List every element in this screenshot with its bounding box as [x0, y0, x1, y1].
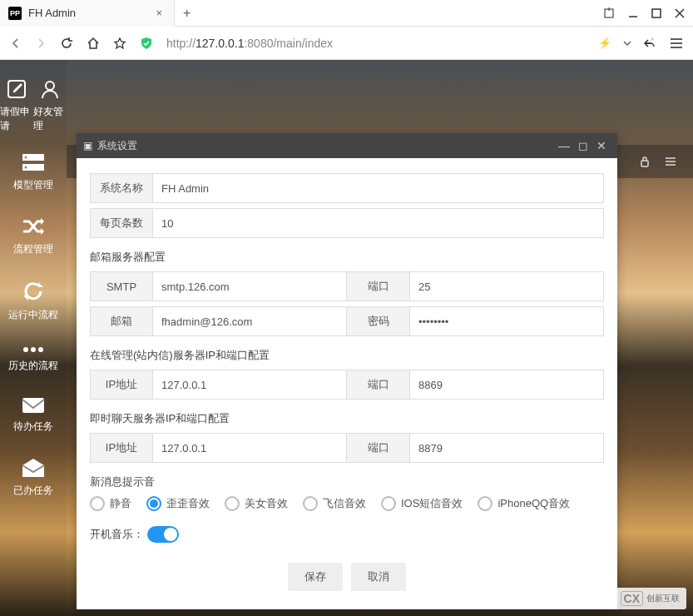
dialog-maximize-icon[interactable]: ◻: [574, 139, 592, 152]
browser-tab[interactable]: PP FH Admin ×: [0, 0, 175, 27]
envelope-icon: [21, 396, 46, 415]
back-button[interactable]: [10, 37, 22, 49]
pagesize-input[interactable]: [152, 208, 604, 238]
pwd-label: 密码: [347, 306, 409, 336]
radio-beauty[interactable]: 美女音效: [225, 496, 288, 511]
sidebar-item-process[interactable]: 流程管理: [0, 206, 67, 270]
section-sound-title: 新消息提示音: [90, 474, 604, 489]
sidebar-item-history[interactable]: 历史的流程: [0, 335, 67, 386]
chat-port-label: 端口: [347, 433, 409, 463]
sidebar: 请假申请 好友管理 模型管理 流程管理 运行中流程 历史的流程 待办任务: [0, 60, 67, 616]
window-minimize-icon[interactable]: [628, 8, 638, 18]
tab-close-icon[interactable]: ×: [152, 7, 166, 19]
envelope-open-icon: [21, 457, 46, 479]
cancel-button[interactable]: 取消: [351, 563, 406, 591]
radio-fetion[interactable]: 飞信音效: [303, 496, 366, 511]
sidebar-item-todo[interactable]: 待办任务: [0, 386, 67, 447]
svg-point-13: [25, 156, 27, 159]
sidebar-item-running[interactable]: 运行中流程: [0, 270, 67, 335]
refresh-button[interactable]: [60, 37, 73, 50]
smtp-label: SMTP: [90, 271, 152, 301]
fast-mode-icon[interactable]: ⚡: [598, 37, 611, 49]
online-ip-label: IP地址: [90, 370, 152, 400]
sidebar-item-model[interactable]: 模型管理: [0, 142, 67, 206]
dialog-minimize-icon[interactable]: —: [554, 139, 574, 152]
dialog-titlebar[interactable]: ▣ 系统设置 — ◻ ✕: [77, 133, 617, 158]
email-label: 邮箱: [90, 306, 152, 336]
sidebar-label: 运行中流程: [8, 308, 58, 322]
sidebar-item-friends[interactable]: 好友管理: [33, 68, 67, 142]
pagesize-label: 每页条数: [90, 208, 152, 238]
radio-iphoneqq[interactable]: iPhoneQQ音效: [478, 496, 570, 511]
url-field[interactable]: http://127.0.0.1:8080/main/index: [166, 37, 585, 50]
menu-button[interactable]: [670, 37, 683, 49]
home-button[interactable]: [87, 37, 100, 50]
sidebar-label: 请假申请: [0, 105, 33, 133]
dialog-close-icon[interactable]: ✕: [592, 139, 611, 152]
sidebar-label: 流程管理: [13, 242, 53, 256]
section-chat-title: 即时聊天服务器IP和端口配置: [90, 411, 604, 426]
boot-music-toggle[interactable]: [147, 526, 179, 543]
pwd-input[interactable]: [409, 306, 604, 336]
sidebar-label: 已办任务: [13, 484, 53, 498]
chevron-down-icon[interactable]: [623, 39, 631, 47]
sidebar-label: 好友管理: [33, 105, 67, 133]
section-online-title: 在线管理(站内信)服务器IP和端口配置: [90, 348, 604, 363]
svg-point-17: [38, 347, 43, 352]
dialog-body: 系统名称 每页条数 邮箱服务器配置 SMTP 端口 邮箱 密码 在线管理(站内信…: [77, 158, 617, 609]
window-close-icon[interactable]: [675, 8, 685, 18]
chat-ip-label: IP地址: [90, 433, 152, 463]
svg-point-10: [46, 82, 54, 90]
sidebar-label: 模型管理: [13, 178, 53, 192]
window-maximize-icon[interactable]: [651, 8, 661, 18]
svg-point-15: [23, 347, 28, 352]
sidebar-item-done[interactable]: 已办任务: [0, 447, 67, 511]
online-ip-input[interactable]: [152, 370, 347, 400]
url-host: 127.0.0.1: [196, 37, 244, 50]
sysname-input[interactable]: [152, 173, 604, 203]
save-button[interactable]: 保存: [288, 563, 343, 591]
favorite-button[interactable]: [113, 37, 126, 50]
radio-ios[interactable]: IOS短信音效: [381, 496, 463, 511]
boot-music-label: 开机音乐：: [90, 527, 144, 542]
tab-favicon: PP: [8, 7, 22, 20]
chat-port-input[interactable]: [409, 433, 604, 463]
edit-icon: [6, 78, 27, 100]
forward-button[interactable]: [35, 37, 47, 49]
svg-point-14: [25, 166, 27, 169]
lock-icon[interactable]: [640, 156, 650, 167]
topbar-menu-icon[interactable]: [665, 156, 676, 166]
refresh-icon: [22, 280, 45, 303]
radio-mute[interactable]: 静音: [90, 496, 131, 511]
address-bar: http://127.0.0.1:8080/main/index ⚡: [0, 27, 693, 60]
mail-port-input[interactable]: [409, 271, 604, 301]
shield-icon: [140, 37, 153, 50]
sidebar-label: 待办任务: [13, 420, 53, 434]
section-mail-title: 邮箱服务器配置: [90, 250, 604, 265]
url-path: :8080/main/index: [244, 37, 333, 50]
email-input[interactable]: [152, 306, 347, 336]
chat-ip-input[interactable]: [152, 433, 347, 463]
smtp-input[interactable]: [152, 271, 347, 301]
sidebar-label: 历史的流程: [8, 359, 58, 373]
radio-yy[interactable]: 歪歪音效: [146, 496, 210, 511]
new-tab-button[interactable]: +: [175, 6, 199, 21]
sidebar-item-leave[interactable]: 请假申请: [0, 68, 33, 142]
mail-port-label: 端口: [347, 271, 409, 301]
sysname-label: 系统名称: [90, 173, 152, 203]
online-port-input[interactable]: [409, 370, 604, 400]
window-pin-icon[interactable]: [603, 7, 615, 19]
shuffle-icon: [21, 216, 46, 237]
online-port-label: 端口: [347, 370, 409, 400]
settings-dialog: ▣ 系统设置 — ◻ ✕ 系统名称 每页条数 邮箱服务器配置 SMTP 端口: [77, 133, 617, 609]
svg-rect-18: [22, 398, 44, 413]
server-icon: [21, 152, 46, 173]
svg-rect-19: [641, 161, 648, 166]
watermark-text: 创新互联: [646, 593, 680, 604]
watermark-logo: CX: [621, 591, 643, 606]
dialog-title: 系统设置: [97, 139, 137, 153]
svg-point-16: [31, 347, 36, 352]
tab-title: FH Admin: [28, 7, 152, 19]
undo-dropdown-icon[interactable]: [643, 37, 658, 49]
browser-titlebar: PP FH Admin × +: [0, 0, 693, 27]
